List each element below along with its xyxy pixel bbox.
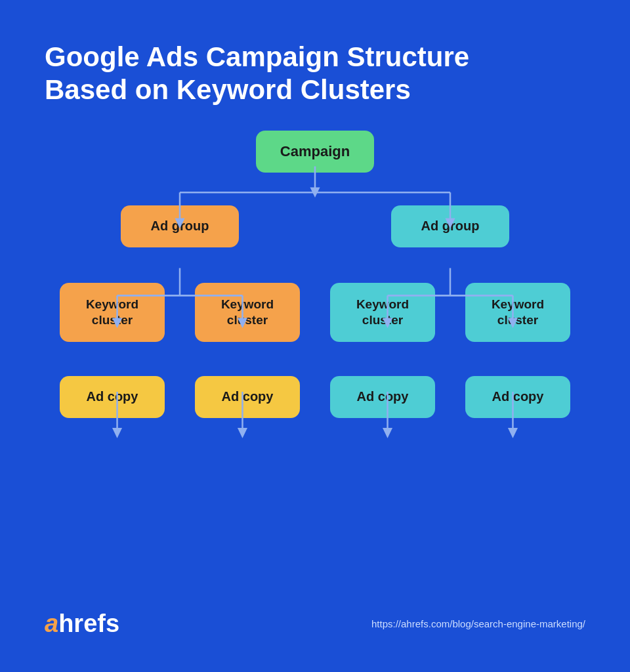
brand-logo: a hrefs xyxy=(45,610,119,638)
infographic-card: Google Ads Campaign Structure Based on K… xyxy=(13,14,617,658)
adgroup-right-node: Ad group xyxy=(391,205,509,247)
keyword-cluster-3: Keyword cluster xyxy=(330,283,435,342)
campaign-node: Campaign xyxy=(256,131,374,173)
page-title: Google Ads Campaign Structure Based on K… xyxy=(45,41,585,107)
connectors-svg xyxy=(45,131,585,598)
adcopy-4: Ad copy xyxy=(465,376,570,418)
brand-a-letter: a xyxy=(45,610,58,638)
keyword-cluster-1: Keyword cluster xyxy=(60,283,165,342)
adgroup-left-node: Ad group xyxy=(121,205,239,247)
adcopy-1: Ad copy xyxy=(60,376,165,418)
footer: a hrefs https://ahrefs.com/blog/search-e… xyxy=(45,610,585,638)
keyword-cluster-2: Keyword cluster xyxy=(195,283,300,342)
brand-hrefs-text: hrefs xyxy=(58,610,119,638)
brand-url: https://ahrefs.com/blog/search-engine-ma… xyxy=(371,618,585,629)
adcopy-3: Ad copy xyxy=(330,376,435,418)
diagram: Campaign Ad group Ad group Keyword clust… xyxy=(45,131,585,598)
keyword-cluster-4: Keyword cluster xyxy=(465,283,570,342)
adcopy-2: Ad copy xyxy=(195,376,300,418)
